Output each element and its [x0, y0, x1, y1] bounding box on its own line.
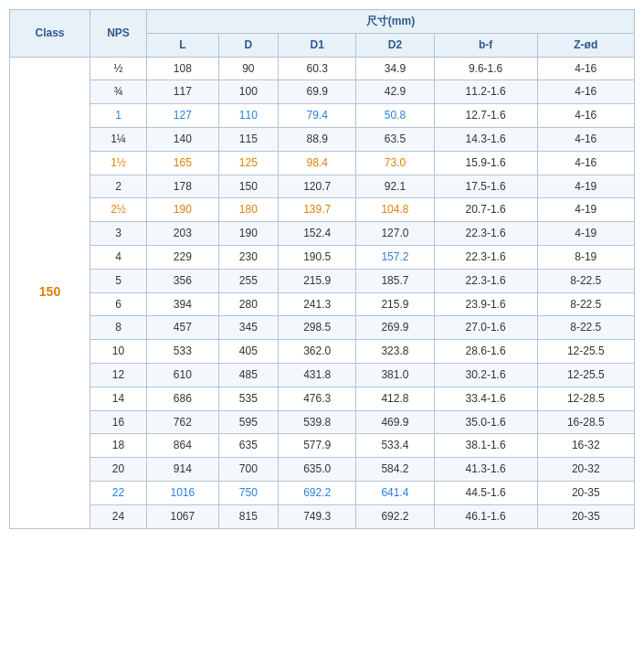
table-wrapper: Class NPS 尺寸(mm) L D D1 D2 b-f Z-ød 150½…: [9, 9, 635, 529]
D1-cell: 431.8: [279, 363, 356, 387]
D2-cell: 323.8: [356, 340, 434, 364]
bf-cell: 20.7-1.6: [434, 198, 537, 222]
bf-cell: 46.1-1.6: [434, 504, 537, 528]
D-cell: 255: [218, 269, 278, 292]
D2-cell: 584.2: [356, 458, 434, 482]
bf-cell: 22.3-1.6: [434, 222, 537, 246]
header-Zod: Z-ød: [537, 33, 634, 57]
table-row: 1¼14011588.963.514.3-1.64-16: [10, 127, 635, 151]
table-row: 150½1089060.334.99.6-1.64-16: [10, 57, 635, 80]
bf-cell: 44.5-1.6: [434, 481, 537, 504]
class-cell: 150: [10, 57, 90, 528]
D1-cell: 98.4: [279, 151, 356, 175]
Zod-cell: 4-16: [537, 127, 634, 151]
D-cell: 405: [218, 340, 278, 364]
D1-cell: 88.9: [279, 127, 356, 151]
Zod-cell: 4-19: [537, 175, 634, 198]
D1-cell: 120.7: [279, 175, 356, 198]
D1-cell: 362.0: [279, 340, 356, 364]
D-cell: 815: [218, 504, 278, 528]
nps-cell: 18: [90, 434, 147, 458]
L-cell: 394: [147, 292, 219, 316]
D1-cell: 476.3: [279, 387, 356, 410]
bf-cell: 12.7-1.6: [434, 104, 537, 128]
Zod-cell: 4-19: [537, 222, 634, 246]
D1-cell: 539.8: [279, 410, 356, 434]
nps-cell: 8: [90, 316, 147, 340]
Zod-cell: 4-16: [537, 57, 634, 80]
Zod-cell: 8-22.5: [537, 269, 634, 292]
nps-cell: 4: [90, 245, 147, 269]
L-cell: 178: [147, 175, 219, 198]
header-D2: D2: [356, 33, 434, 57]
D2-cell: 42.9: [356, 80, 434, 104]
table-row: 12610485431.8381.030.2-1.612-25.5: [10, 363, 635, 387]
header-D: D: [218, 33, 278, 57]
Zod-cell: 4-16: [537, 104, 634, 128]
D-cell: 110: [218, 104, 278, 128]
table-row: 5356255215.9185.722.3-1.68-22.5: [10, 269, 635, 292]
nps-cell: 6: [90, 292, 147, 316]
nps-cell: 2: [90, 175, 147, 198]
D2-cell: 63.5: [356, 127, 434, 151]
nps-cell: 10: [90, 340, 147, 364]
D1-cell: 190.5: [279, 245, 356, 269]
bf-cell: 28.6-1.6: [434, 340, 537, 364]
bf-cell: 15.9-1.6: [434, 151, 537, 175]
nps-cell: ¾: [90, 80, 147, 104]
Zod-cell: 8-22.5: [537, 292, 634, 316]
table-row: 4229230190.5157.222.3-1.68-19: [10, 245, 635, 269]
D2-cell: 127.0: [356, 222, 434, 246]
L-cell: 610: [147, 363, 219, 387]
Zod-cell: 16-32: [537, 434, 634, 458]
bf-cell: 35.0-1.6: [434, 410, 537, 434]
D-cell: 700: [218, 458, 278, 482]
table-row: 10533405362.0323.828.6-1.612-25.5: [10, 340, 635, 364]
bf-cell: 38.1-1.6: [434, 434, 537, 458]
D1-cell: 749.3: [279, 504, 356, 528]
table-row: 20914700635.0584.241.3-1.620-32: [10, 458, 635, 482]
D-cell: 230: [218, 245, 278, 269]
header-L: L: [147, 33, 219, 57]
D-cell: 595: [218, 410, 278, 434]
table-row: 2½190180139.7104.820.7-1.64-19: [10, 198, 635, 222]
header-dimensions: 尺寸(mm): [147, 10, 635, 34]
L-cell: 533: [147, 340, 219, 364]
table-row: 14686535476.3412.833.4-1.612-28.5: [10, 387, 635, 410]
L-cell: 356: [147, 269, 219, 292]
table-row: 16762595539.8469.935.0-1.616-28.5: [10, 410, 635, 434]
L-cell: 914: [147, 458, 219, 482]
bf-cell: 30.2-1.6: [434, 363, 537, 387]
Zod-cell: 4-19: [537, 198, 634, 222]
dimensions-table: Class NPS 尺寸(mm) L D D1 D2 b-f Z-ød 150½…: [9, 9, 635, 529]
nps-cell: 20: [90, 458, 147, 482]
table-row: 1½16512598.473.015.9-1.64-16: [10, 151, 635, 175]
D-cell: 180: [218, 198, 278, 222]
D1-cell: 215.9: [279, 269, 356, 292]
D-cell: 280: [218, 292, 278, 316]
Zod-cell: 12-25.5: [537, 340, 634, 364]
bf-cell: 22.3-1.6: [434, 245, 537, 269]
nps-cell: 5: [90, 269, 147, 292]
D2-cell: 641.4: [356, 481, 434, 504]
Zod-cell: 8-22.5: [537, 316, 634, 340]
L-cell: 165: [147, 151, 219, 175]
nps-cell: 1½: [90, 151, 147, 175]
L-cell: 686: [147, 387, 219, 410]
Zod-cell: 4-16: [537, 80, 634, 104]
D1-cell: 152.4: [279, 222, 356, 246]
D-cell: 115: [218, 127, 278, 151]
L-cell: 1067: [147, 504, 219, 528]
L-cell: 457: [147, 316, 219, 340]
bf-cell: 9.6-1.6: [434, 57, 537, 80]
bf-cell: 11.2-1.6: [434, 80, 537, 104]
header-row-1: Class NPS 尺寸(mm): [10, 10, 635, 34]
D-cell: 125: [218, 151, 278, 175]
Zod-cell: 20-35: [537, 504, 634, 528]
D2-cell: 50.8: [356, 104, 434, 128]
L-cell: 190: [147, 198, 219, 222]
D1-cell: 577.9: [279, 434, 356, 458]
header-class: Class: [10, 10, 90, 58]
L-cell: 229: [147, 245, 219, 269]
nps-cell: 24: [90, 504, 147, 528]
